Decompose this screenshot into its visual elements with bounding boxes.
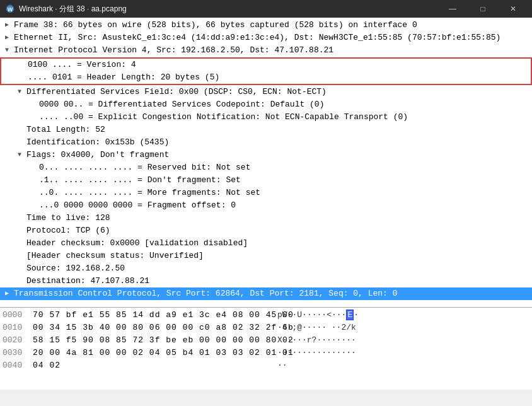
packet-detail-panel: ▶Frame 38: 66 bytes on wire (528 bits), … — [0, 18, 532, 308]
tree-item-protocol[interactable]: Protocol: TCP (6) — [0, 224, 532, 237]
tree-item-dsf[interactable]: ▼Differentiated Services Field: 0x00 (DS… — [0, 86, 532, 98]
hex-row: 000070 57 bf e1 55 85 14 dd a9 e1 3c e4 … — [0, 309, 532, 322]
hex-byte: dd — [149, 310, 166, 320]
hex-byte: 00 — [249, 335, 265, 345]
hex-byte: 85 — [116, 335, 132, 345]
tree-item-dsf-ecn[interactable]: .... ..00 = Explicit Congestion Notifica… — [0, 111, 532, 124]
tree-text-protocol: Protocol: TCP (6) — [26, 224, 529, 237]
hex-byte: 00 — [116, 323, 132, 332]
hex-byte: 02 — [132, 348, 149, 357]
tree-text-ttl: Time to live: 128 — [26, 212, 529, 224]
hex-byte: 06 — [149, 323, 166, 332]
tree-item-ip[interactable]: ▼Internet Protocol Version 4, Src: 192.1… — [0, 44, 532, 57]
hex-byte: 02 — [49, 361, 61, 370]
tree-arrow-tcp[interactable]: ▶ — [5, 287, 14, 300]
tree-item-ip-version[interactable]: 0100 .... = Version: 4 — [1, 59, 531, 71]
hex-byte: 4a — [66, 348, 83, 357]
ascii-char: · — [302, 310, 307, 320]
hex-byte: 80 — [132, 323, 149, 332]
hex-row: 004004 02·· — [0, 359, 532, 372]
hex-byte: 04 — [33, 361, 49, 370]
tree-item-ethernet[interactable]: ▶Ethernet II, Src: AsustekC_e1:3c:e4 (14… — [0, 32, 532, 44]
hex-byte: 02 — [249, 348, 265, 357]
tree-item-tcp[interactable]: ▶Transmission Control Protocol, Src Port… — [0, 287, 532, 300]
tree-item-flags-dontfrag[interactable]: .1.. .... .... .... = Don't fragment: Se… — [0, 174, 532, 187]
tree-item-flags[interactable]: ▼Flags: 0x4000, Don't fragment — [0, 149, 532, 161]
tree-arrow-flags[interactable]: ▼ — [18, 149, 26, 161]
tree-text-ethernet: Ethernet II, Src: AsustekC_e1:3c:e4 (14:… — [14, 32, 529, 44]
hex-byte: 81 — [83, 348, 99, 357]
hex-byte: 3f — [149, 335, 166, 345]
ascii-char: W — [282, 310, 287, 320]
hex-byte: f5 — [66, 335, 83, 345]
hex-byte: 57 — [49, 310, 66, 320]
tree-item-source[interactable]: Source: 192.168.2.50 — [0, 262, 532, 275]
close-button[interactable]: ✕ — [499, 0, 527, 18]
minimize-button[interactable]: — — [439, 0, 466, 18]
hex-byte: e1 — [183, 310, 199, 320]
hex-byte: 15 — [49, 335, 66, 345]
hex-byte: 05 — [166, 348, 182, 357]
window-title: Wireshark · 分组 38 · aa.pcapng — [19, 4, 439, 14]
hex-byte: b4 — [183, 348, 199, 357]
hex-byte: 04 — [149, 348, 166, 357]
hex-byte: 3b — [83, 323, 99, 332]
tree-text-destination: Destination: 47.107.88.21 — [26, 275, 529, 287]
svg-text:W: W — [8, 6, 13, 13]
tree-text-ip-headlen: .... 0101 = Header Length: 20 bytes (5) — [28, 71, 528, 84]
tree-item-checksum[interactable]: Header checksum: 0x0000 [validation disa… — [0, 237, 532, 250]
maximize-button[interactable]: □ — [469, 0, 497, 18]
hex-offset: 0000 — [3, 309, 28, 322]
hex-byte: 02 — [233, 323, 249, 332]
tree-item-checksum-status[interactable]: [Header checksum status: Unverified] — [0, 250, 532, 262]
tree-text-ip-version: 0100 .... = Version: 4 — [28, 59, 528, 71]
tree-item-dsf-codepoint[interactable]: 0000 00.. = Differentiated Services Code… — [0, 98, 532, 111]
hex-offset: 0030 — [3, 347, 28, 359]
tree-arrow-ethernet[interactable]: ▶ — [5, 32, 14, 44]
tree-item-flags-morefrag[interactable]: ..0. .... .... .... = More fragments: No… — [0, 187, 532, 199]
hex-byte: 34 — [49, 323, 66, 332]
ascii-highlight: E — [346, 310, 354, 320]
tree-arrow-frame[interactable]: ▶ — [5, 19, 14, 32]
tree-item-destination[interactable]: Destination: 47.107.88.21 — [0, 275, 532, 287]
hex-byte: 00 — [183, 323, 199, 332]
hex-ascii: X·····r?········ — [277, 334, 356, 347]
tree-arrow-dsf[interactable]: ▼ — [18, 86, 26, 98]
tree-item-total-length[interactable]: Total Length: 52 — [0, 124, 532, 136]
tree-item-flags-offset[interactable]: ...0 0000 0000 0000 = Fragment offset: 0 — [0, 199, 532, 212]
window-controls: — □ ✕ — [439, 0, 527, 18]
tree-item-identification[interactable]: Identification: 0x153b (5435) — [0, 136, 532, 149]
hex-byte: c0 — [199, 323, 216, 332]
hex-byte: 00 — [199, 335, 216, 345]
tree-arrow-ip[interactable]: ▼ — [5, 44, 14, 57]
tree-item-ip-headlen[interactable]: .... 0101 = Header Length: 20 bytes (5) — [1, 71, 531, 84]
hex-dump-panel: 000070 57 bf e1 55 85 14 dd a9 e1 3c e4 … — [0, 308, 532, 390]
ascii-char: · — [307, 310, 312, 320]
hex-row: 003020 00 4a 81 00 00 02 04 05 b4 01 03 … — [0, 347, 532, 359]
hex-byte: 00 — [249, 310, 265, 320]
tree-text-flags-reserved: 0... .... .... .... = Reserved bit: Not … — [39, 161, 529, 174]
tree-text-source: Source: 192.168.2.50 — [26, 262, 529, 275]
ascii-char: · — [337, 310, 342, 320]
hex-offset: 0040 — [3, 359, 28, 372]
hex-offset: 0020 — [3, 334, 28, 347]
tree-text-ip: Internet Protocol Version 4, Src: 192.16… — [14, 44, 529, 57]
hex-byte: 55 — [100, 310, 116, 320]
tree-text-frame: Frame 38: 66 bytes on wire (528 bits), 6… — [14, 19, 529, 32]
hex-ascii: ·4·;@····· ··2/k — [277, 322, 356, 334]
tree-text-flags-dontfrag: .1.. .... .... .... = Don't fragment: Se… — [39, 174, 529, 187]
tree-text-dsf: Differentiated Services Field: 0x00 (DSC… — [26, 86, 529, 98]
tree-item-ttl[interactable]: Time to live: 128 — [0, 212, 532, 224]
hex-ascii: pW··U·····<···E· — [277, 309, 359, 322]
ascii-char: · — [332, 310, 337, 320]
hex-byte: 70 — [33, 310, 49, 320]
hex-byte: a9 — [166, 310, 182, 320]
title-bar: W Wireshark · 分组 38 · aa.pcapng — □ ✕ — [0, 0, 532, 18]
hex-byte: 03 — [216, 348, 232, 357]
tree-item-flags-reserved[interactable]: 0... .... .... .... = Reserved bit: Not … — [0, 161, 532, 174]
tree-item-frame[interactable]: ▶Frame 38: 66 bytes on wire (528 bits), … — [0, 19, 532, 32]
hex-byte: 08 — [100, 335, 116, 345]
tree-text-dsf-ecn: .... ..00 = Explicit Congestion Notifica… — [39, 111, 529, 124]
tree-text-flags: Flags: 0x4000, Don't fragment — [26, 149, 529, 161]
hex-byte: 90 — [83, 335, 99, 345]
